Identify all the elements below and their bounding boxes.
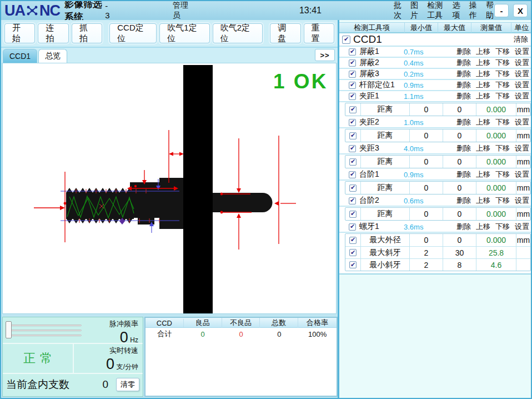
menu-help[interactable]: 帮助	[486, 1, 494, 21]
tool-checkbox[interactable]	[349, 71, 356, 78]
blow1-locate-button[interactable]: 吹气1定位	[159, 23, 209, 43]
measure-checkbox[interactable]	[349, 132, 357, 139]
menu-options[interactable]: 选项	[453, 1, 461, 21]
minimize-button[interactable]: -	[494, 4, 509, 17]
start-button[interactable]: 开始	[4, 23, 35, 43]
tool-checkbox[interactable]	[349, 82, 356, 89]
move-up-link[interactable]: 上移	[476, 47, 490, 57]
delete-link[interactable]: 删除	[456, 58, 471, 68]
tool-checkbox[interactable]	[349, 223, 356, 231]
measure-min: 0	[410, 208, 443, 220]
menu-image[interactable]: 图片	[410, 1, 419, 21]
tool-checkbox[interactable]	[349, 59, 356, 67]
move-up-link[interactable]: 上移	[476, 80, 490, 90]
measure-min: 0	[410, 234, 443, 246]
delete-link[interactable]: 删除	[456, 196, 471, 206]
continuous-capture-button[interactable]: 连拍	[38, 23, 68, 43]
move-down-link[interactable]: 下移	[495, 117, 510, 127]
move-down-link[interactable]: 下移	[495, 69, 510, 79]
move-down-link[interactable]: 下移	[495, 196, 510, 206]
measure-checkbox[interactable]	[349, 106, 357, 113]
expand-button[interactable]: >>	[315, 49, 335, 61]
tab-row: CCD1 总览 >>	[1, 48, 338, 63]
delete-link[interactable]: 删除	[456, 69, 471, 79]
move-up-link[interactable]: 上移	[476, 91, 490, 101]
clear-link[interactable]: 清除	[514, 34, 529, 44]
settings-link[interactable]: 设置	[515, 91, 529, 101]
tab-overview[interactable]: 总览	[38, 49, 67, 63]
tool-checkbox[interactable]	[349, 145, 356, 152]
delete-link[interactable]: 删除	[456, 222, 471, 232]
tool-checkbox[interactable]	[349, 48, 356, 56]
tool-checkbox[interactable]	[349, 93, 356, 100]
move-up-link[interactable]: 上移	[476, 169, 490, 179]
menu-batch[interactable]: 批次	[394, 1, 402, 21]
measure-checkbox[interactable]	[349, 211, 357, 218]
close-button[interactable]: X	[513, 4, 528, 17]
settings-link[interactable]: 设置	[515, 69, 529, 79]
tool-panel-filler	[339, 275, 532, 398]
move-down-link[interactable]: 下移	[495, 91, 510, 101]
measure-value: 0.000	[476, 103, 516, 116]
tool-label: 屏蔽3	[359, 69, 404, 79]
settings-link[interactable]: 设置	[515, 143, 529, 153]
settings-link[interactable]: 设置	[515, 196, 529, 206]
delete-link[interactable]: 删除	[456, 117, 471, 127]
measure-checkbox[interactable]	[349, 237, 357, 244]
tool-time: 0.2ms	[404, 70, 441, 78]
measure-unit: mm	[516, 234, 530, 246]
settings-link[interactable]: 设置	[515, 80, 529, 90]
move-down-link[interactable]: 下移	[495, 58, 510, 68]
move-down-link[interactable]: 下移	[495, 169, 510, 179]
menu-inspect-tools[interactable]: 检测工具	[427, 1, 444, 21]
measure-value: 0.000	[476, 234, 516, 246]
measure-checkbox[interactable]	[349, 249, 357, 256]
measure-group: 距离 0 0 0.000 mm	[345, 103, 531, 116]
tool-time: 0.9ms	[404, 81, 441, 89]
settings-link[interactable]: 设置	[515, 58, 529, 68]
measure-unit: mm	[516, 103, 530, 116]
tab-ccd1[interactable]: CCD1	[3, 49, 37, 63]
settings-link[interactable]: 设置	[515, 47, 529, 57]
delete-link[interactable]: 删除	[456, 169, 471, 179]
inspection-canvas[interactable]: 1 OK	[2, 63, 337, 314]
measure-min: 0	[410, 156, 443, 168]
move-up-link[interactable]: 上移	[476, 69, 490, 79]
move-down-link[interactable]: 下移	[495, 80, 510, 90]
move-down-link[interactable]: 下移	[495, 143, 510, 153]
ccd-locate-button[interactable]: CCD定位	[109, 23, 157, 43]
move-down-link[interactable]: 下移	[495, 47, 510, 57]
delete-link[interactable]: 删除	[456, 47, 471, 57]
tool-checkbox[interactable]	[349, 197, 356, 205]
reset-button[interactable]: 重置	[304, 23, 334, 43]
settings-link[interactable]: 设置	[515, 117, 529, 127]
delete-link[interactable]: 删除	[456, 91, 471, 101]
move-up-link[interactable]: 上移	[476, 58, 490, 68]
measure-checkbox[interactable]	[349, 261, 357, 268]
snapshot-button[interactable]: 抓拍	[72, 23, 102, 43]
clear-count-button[interactable]: 清零	[116, 378, 139, 391]
measure-max: 0	[443, 182, 476, 194]
menu-operate[interactable]: 操作	[469, 1, 478, 21]
move-up-link[interactable]: 上移	[476, 222, 490, 232]
move-down-link[interactable]: 下移	[495, 222, 510, 232]
delete-link[interactable]: 删除	[456, 80, 471, 90]
tool-checkbox[interactable]	[349, 171, 356, 178]
move-up-link[interactable]: 上移	[476, 196, 490, 206]
settings-link[interactable]: 设置	[515, 222, 529, 232]
tool-label: 台阶1	[359, 169, 404, 179]
current-user: 管理员	[173, 1, 188, 21]
move-up-link[interactable]: 上移	[476, 117, 490, 127]
pulse-frequency-slider[interactable]	[3, 317, 85, 343]
measure-checkbox[interactable]	[349, 158, 357, 166]
blow2-locate-button[interactable]: 吹气2定位	[213, 23, 263, 43]
settings-link[interactable]: 设置	[515, 169, 529, 179]
slider-knob[interactable]	[6, 321, 12, 338]
adjust-plate-button[interactable]: 调盘	[270, 23, 300, 43]
move-up-link[interactable]: 上移	[476, 143, 490, 153]
tool-time: 0.6ms	[404, 197, 441, 205]
delete-link[interactable]: 删除	[456, 143, 471, 153]
group-checkbox[interactable]	[342, 36, 350, 44]
tool-checkbox[interactable]	[349, 119, 356, 126]
measure-checkbox[interactable]	[349, 184, 357, 192]
